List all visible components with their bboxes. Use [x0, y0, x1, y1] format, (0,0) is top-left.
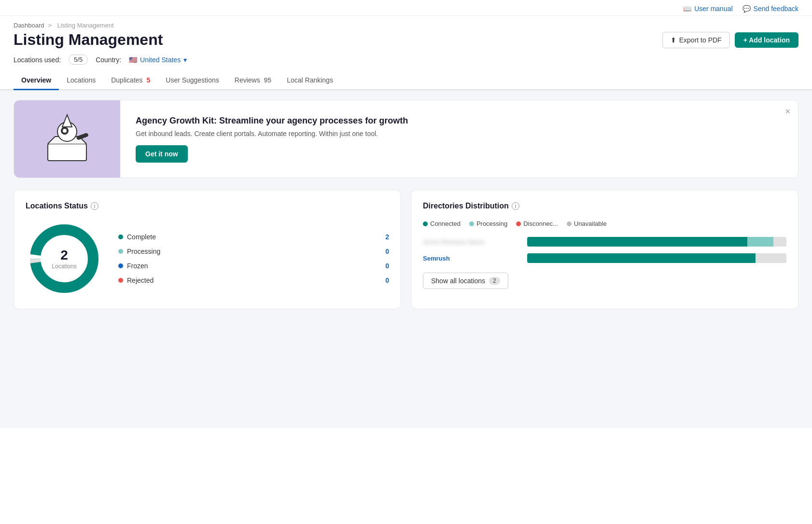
- directories-info-icon[interactable]: i: [512, 202, 519, 210]
- frozen-count: 0: [385, 262, 389, 270]
- unavailable-legend-label: Unavailable: [574, 220, 607, 227]
- header: Dashboard > Listing Management Listing M…: [0, 16, 812, 65]
- reviews-badge: 95: [264, 76, 272, 84]
- breadcrumb-separator: >: [48, 22, 52, 29]
- donut-number: 2: [52, 248, 76, 263]
- locations-row: Locations used: 5/5 Country: 🇺🇸 United S…: [14, 55, 798, 65]
- complete-dot: [118, 234, 123, 239]
- locations-used-label: Locations used:: [14, 56, 61, 64]
- locations-status-info-icon[interactable]: i: [91, 202, 98, 210]
- dir-name-blurred: Some Directory Name: [423, 238, 519, 246]
- dir-legend-processing: Processing: [469, 220, 507, 227]
- donut-section: 2 Locations Complete 2: [26, 220, 389, 297]
- dir-bar-unavailable-1: [773, 237, 786, 247]
- svg-point-4: [63, 129, 67, 133]
- country-selector[interactable]: 🇺🇸 United States ▾: [129, 56, 187, 64]
- promo-image: [14, 100, 120, 178]
- svg-rect-1: [48, 144, 86, 161]
- locations-badge: 5/5: [69, 55, 88, 65]
- page-title: Listing Management: [14, 31, 163, 49]
- user-manual-link[interactable]: 📖 User manual: [683, 5, 732, 13]
- directories-title: Directories Distribution i: [423, 202, 786, 210]
- tab-overview[interactable]: Overview: [14, 71, 59, 90]
- frozen-dot: [118, 263, 123, 268]
- book-icon: 📖: [683, 5, 691, 13]
- complete-label: Complete: [127, 233, 156, 241]
- user-manual-label: User manual: [694, 5, 732, 13]
- promo-close-button[interactable]: ×: [785, 107, 790, 116]
- promo-text: Agency Growth Kit: Streamline your agenc…: [120, 104, 798, 174]
- rejected-count: 0: [385, 276, 389, 284]
- processing-label: Processing: [127, 248, 160, 255]
- donut-center: 2 Locations: [52, 248, 76, 270]
- legend-list: Complete 2 Processing 0: [118, 233, 389, 284]
- breadcrumb-parent[interactable]: Dashboard: [14, 22, 44, 29]
- promo-cta-button[interactable]: Get it now: [136, 145, 188, 163]
- country-label: Country:: [96, 56, 121, 64]
- promo-robot-svg: [38, 110, 96, 168]
- dir-row-1: Some Directory Name: [423, 237, 786, 247]
- locations-status-card: Locations Status i: [14, 190, 401, 309]
- country-flag: 🇺🇸: [129, 56, 137, 64]
- legend-item-complete: Complete 2: [118, 233, 389, 241]
- nav-tabs: Overview Locations Duplicates 5 User Sug…: [0, 71, 812, 90]
- rejected-dot: [118, 278, 123, 283]
- chat-icon: 💬: [742, 5, 751, 13]
- legend-item-frozen: Frozen 0: [118, 262, 389, 270]
- add-location-button[interactable]: + Add location: [735, 32, 798, 48]
- unavailable-legend-dot: [567, 221, 572, 226]
- tab-local-rankings[interactable]: Local Rankings: [279, 71, 341, 90]
- dir-bar-connected-2: [527, 253, 756, 263]
- main-content: Agency Growth Kit: Streamline your agenc…: [0, 90, 812, 428]
- locations-status-title: Locations Status i: [26, 202, 389, 210]
- donut-label: Locations: [52, 263, 76, 270]
- top-bar: 📖 User manual 💬 Send feedback: [0, 0, 812, 16]
- header-actions: ⬆ Export to PDF + Add location: [662, 32, 798, 48]
- tab-user-suggestions[interactable]: User Suggestions: [158, 71, 227, 90]
- send-feedback-link[interactable]: 💬 Send feedback: [742, 5, 798, 13]
- processing-legend-dot: [469, 221, 474, 226]
- tab-locations[interactable]: Locations: [59, 71, 103, 90]
- breadcrumb: Dashboard > Listing Management: [14, 22, 798, 29]
- dir-legend-disconnected: Disconnec...: [516, 220, 558, 227]
- legend-item-rejected: Rejected 0: [118, 276, 389, 284]
- upload-icon: ⬆: [671, 36, 676, 44]
- promo-banner: Agency Growth Kit: Streamline your agenc…: [14, 100, 798, 178]
- dir-name-semrush[interactable]: Semrush: [423, 255, 519, 262]
- disconnected-legend-dot: [516, 221, 521, 226]
- export-pdf-button[interactable]: ⬆ Export to PDF: [662, 32, 730, 48]
- connected-legend-dot: [423, 221, 428, 226]
- dir-legend-connected: Connected: [423, 220, 461, 227]
- legend-item-processing: Processing 0: [118, 248, 389, 255]
- dir-bar-1: [527, 237, 786, 247]
- connected-legend-label: Connected: [430, 220, 461, 227]
- country-name: United States: [140, 56, 181, 64]
- show-all-count: 2: [489, 277, 500, 285]
- dir-legend-unavailable: Unavailable: [567, 220, 607, 227]
- tab-duplicates[interactable]: Duplicates 5: [103, 71, 158, 90]
- processing-dot: [118, 249, 123, 254]
- dir-bar-processing-1: [747, 237, 773, 247]
- promo-title: Agency Growth Kit: Streamline your agenc…: [136, 116, 783, 126]
- donut-chart: 2 Locations: [26, 220, 103, 297]
- frozen-label: Frozen: [127, 262, 148, 270]
- processing-count: 0: [385, 248, 389, 255]
- breadcrumb-current: Listing Management: [57, 22, 113, 29]
- tab-reviews[interactable]: Reviews 95: [227, 71, 279, 90]
- complete-count: 2: [385, 233, 389, 241]
- rejected-label: Rejected: [127, 276, 154, 284]
- send-feedback-label: Send feedback: [754, 5, 798, 13]
- dir-row-2: Semrush: [423, 253, 786, 263]
- duplicates-badge: 5: [146, 76, 150, 84]
- dir-legend: Connected Processing Disconnec... Unavai…: [423, 220, 786, 227]
- dir-bar-connected-1: [527, 237, 747, 247]
- disconnected-legend-label: Disconnec...: [523, 220, 558, 227]
- chevron-down-icon: ▾: [183, 56, 187, 64]
- show-all-locations-button[interactable]: Show all locations 2: [423, 273, 508, 289]
- dir-bar-unavailable-2: [756, 253, 786, 263]
- directories-distribution-card: Directories Distribution i Connected Pro…: [411, 190, 798, 309]
- dir-bar-2: [527, 253, 786, 263]
- header-row: Listing Management ⬆ Export to PDF + Add…: [14, 31, 798, 49]
- cards-row: Locations Status i: [14, 190, 798, 309]
- show-all-label: Show all locations: [431, 277, 485, 285]
